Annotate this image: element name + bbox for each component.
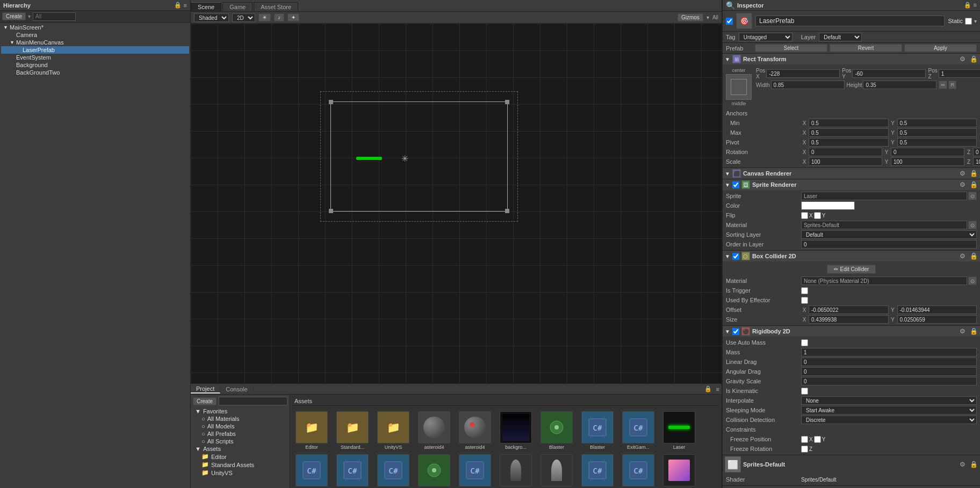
hierarchy-lock-icon[interactable]: 🔒 (174, 2, 182, 9)
pivot-y-input[interactable] (897, 138, 977, 147)
gravity-input[interactable] (801, 377, 977, 385)
asset-item-startga[interactable]: C# StartGa... (619, 453, 658, 488)
static-checkbox[interactable] (965, 18, 972, 25)
sorting-layer-dropdown[interactable]: Default (801, 230, 977, 239)
hierarchy-item-mainscreen[interactable]: ▼ MainScreen* (1, 24, 189, 31)
asset-item-exitgame[interactable]: C# ExitGam... (619, 410, 658, 451)
asset-item-lasergo[interactable]: C# LaserGo... (292, 453, 331, 488)
anchor-max-x-input[interactable] (809, 128, 889, 137)
hierarchy-item-camera[interactable]: Camera (1, 31, 189, 39)
tab-console[interactable]: Console (220, 385, 253, 393)
view-mode-dropdown[interactable]: 2D (232, 13, 255, 22)
sidebar-item-assets[interactable]: ▼ Assets (193, 445, 287, 453)
corner-handle-tr[interactable] (505, 100, 509, 104)
interpolate-dropdown[interactable]: None (801, 396, 977, 405)
sidebar-item-allprefabs[interactable]: ○ All Prefabs (193, 430, 287, 438)
component-lock-icon[interactable]: 🔒 (970, 170, 978, 177)
auto-mass-checkbox[interactable] (801, 339, 808, 346)
asset-item-blaster-scene[interactable]: Blaster (537, 410, 576, 451)
component-rigidbody-header[interactable]: ▼ ⚫ Rigidbody 2D ⚙ 🔒 (723, 326, 980, 337)
corner-handle-bl[interactable] (329, 209, 333, 213)
asset-item-laserpre1[interactable]: C# LaserPre... (333, 453, 372, 488)
layer-dropdown[interactable]: Default (819, 33, 862, 41)
size-x-input[interactable] (809, 315, 889, 324)
project-create-button[interactable]: Create (193, 397, 217, 405)
object-active-checkbox[interactable] (726, 18, 733, 25)
anchor-min-x-input[interactable] (809, 119, 889, 127)
corner-handle-br[interactable] (505, 209, 509, 213)
sprite-picker-button[interactable]: ⊙ (968, 192, 977, 200)
inspector-menu-icon[interactable]: ≡ (974, 2, 977, 9)
color-swatch[interactable] (801, 201, 855, 210)
material-picker-button[interactable]: ⊙ (968, 221, 977, 229)
component-shader-header[interactable]: ⬜ Sprites-Default ⚙ 🔒 (723, 455, 980, 474)
hierarchy-item-laserprefab[interactable]: LaserPrefab (1, 46, 189, 54)
asset-item-laserpre2[interactable]: C# LaserPre... (374, 453, 413, 488)
edit-collider-button[interactable]: ✏ Edit Collider (827, 265, 876, 274)
asset-item-laser[interactable]: Laser (660, 410, 698, 451)
box-collider-enable-checkbox[interactable] (732, 253, 739, 260)
kinematic-checkbox[interactable] (801, 388, 808, 395)
asset-item-standard[interactable]: 📁 Standard... (333, 410, 372, 451)
width-input[interactable] (771, 81, 845, 89)
height-input[interactable] (863, 81, 936, 89)
scene-light-toggle[interactable]: ☀ (258, 13, 271, 21)
sidebar-item-allscripts[interactable]: ○ All Scripts (193, 438, 287, 445)
pos-x-input[interactable] (766, 69, 840, 78)
offset-x-input[interactable] (809, 305, 889, 314)
scale-z-input[interactable] (973, 157, 980, 166)
freeze-pos-x-checkbox[interactable] (801, 436, 808, 443)
tab-project[interactable]: Project (191, 385, 220, 394)
object-name-field[interactable] (755, 16, 945, 26)
asset-item-moveba[interactable]: C# MoveBa... (456, 453, 494, 488)
rot-y-input[interactable] (891, 148, 964, 156)
tab-game[interactable]: Game (222, 2, 253, 11)
component-settings-icon[interactable]: ⚙ (960, 55, 965, 63)
component-settings-icon[interactable]: ⚙ (960, 181, 965, 188)
asset-item-unityvs[interactable]: 📁 UnityVS (374, 410, 413, 451)
size-y-input[interactable] (897, 315, 977, 324)
asset-item-blaster-script[interactable]: C# Blaster (578, 410, 617, 451)
project-search-input[interactable] (219, 397, 287, 405)
component-sprite-renderer-header[interactable]: ▼ 🖼 Sprite Renderer ⚙ 🔒 (723, 179, 980, 190)
sidebar-item-editor[interactable]: 📁 Editor (193, 453, 287, 461)
collider-material-picker[interactable]: ⊙ (968, 276, 977, 285)
asset-item-rotation[interactable]: C# Rotation (578, 453, 617, 488)
sidebar-item-allmodels[interactable]: ○ All Models (193, 423, 287, 430)
laser-game-object[interactable] (356, 157, 382, 160)
scene-fx-toggle[interactable]: ✦ (287, 13, 299, 21)
hierarchy-item-mainmenucanvas[interactable]: ▼ MainMenuCanvas (1, 39, 189, 46)
freeze-rot-z-checkbox[interactable] (801, 446, 808, 453)
tag-dropdown[interactable]: Untagged (739, 33, 792, 41)
component-rect-transform-header[interactable]: ▼ ⊞ Rect Transform ⚙ 🔒 (723, 54, 980, 64)
component-lock-icon[interactable]: 🔒 (970, 55, 978, 63)
anchor-max-y-input[interactable] (897, 128, 977, 137)
hierarchy-menu-icon[interactable]: ≡ (184, 2, 187, 9)
asset-item-unicorn1[interactable]: Unicorn (660, 453, 698, 488)
flip-y-checkbox[interactable] (814, 212, 821, 219)
corner-handle-tl[interactable] (329, 100, 333, 104)
asset-item-editor[interactable]: 📁 Editor (292, 410, 331, 451)
component-settings-icon[interactable]: ⚙ (960, 461, 965, 468)
asset-item-mainscr[interactable]: MainScr... (415, 453, 453, 488)
tab-scene[interactable]: Scene (191, 2, 221, 11)
freeze-pos-y-checkbox[interactable] (814, 436, 821, 443)
hierarchy-item-background[interactable]: Background (1, 61, 189, 69)
hierarchy-item-backgroundtwo[interactable]: BackGroundTwo (1, 69, 189, 76)
asset-item-rocket[interactable]: Rocket (496, 453, 535, 488)
prefab-revert-button[interactable]: Revert (830, 44, 902, 52)
sidebar-item-unityvs[interactable]: 📁 UnityVS (193, 469, 287, 477)
hierarchy-item-eventsystem[interactable]: EventSystem (1, 54, 189, 61)
component-box-collider-header[interactable]: ▼ ⬡ Box Collider 2D ⚙ 🔒 (723, 251, 980, 261)
collision-dropdown[interactable]: Discrete (801, 416, 977, 424)
anchor-box[interactable] (726, 74, 752, 100)
anchor-min-y-input[interactable] (897, 119, 977, 127)
sleeping-dropdown[interactable]: Start Awake (801, 406, 977, 414)
component-canvas-renderer-header[interactable]: ▼ ⬛ Canvas Renderer ⚙ 🔒 (723, 168, 980, 179)
flip-x-checkbox[interactable] (801, 212, 808, 219)
sidebar-item-allmaterials[interactable]: ○ All Materials (193, 415, 287, 423)
scene-sound-toggle[interactable]: ♪ (274, 13, 284, 21)
asset-item-rocket2[interactable]: Rocket (537, 453, 576, 488)
component-settings-icon[interactable]: ⚙ (960, 252, 965, 260)
effector-checkbox[interactable] (801, 297, 808, 304)
